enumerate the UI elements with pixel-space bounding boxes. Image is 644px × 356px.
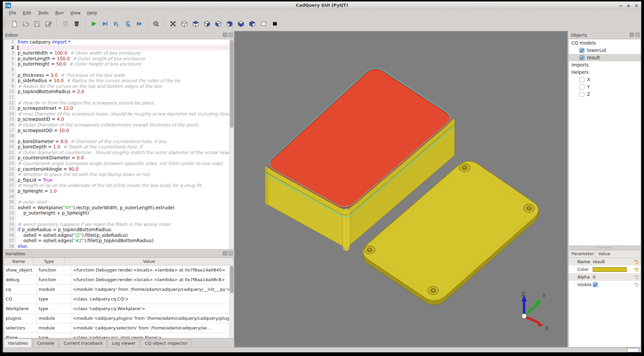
toolbar-button-back-view[interactable] <box>248 19 256 28</box>
variable-row-plane[interactable]: Planetype<class 'cadquery.occ_impl.geom.… <box>4 333 234 338</box>
tab-variables[interactable]: Variables <box>4 338 32 347</box>
panel-splitter[interactable]: •••••• <box>568 246 641 250</box>
checked-checkbox[interactable] <box>579 55 584 60</box>
toolbar-button-open-file[interactable] <box>21 19 30 28</box>
maximize-button[interactable]: + <box>627 2 631 9</box>
undo-icon[interactable] <box>633 274 640 280</box>
variable-value: <function Debugger.render.<locals>.<lamb… <box>71 266 234 275</box>
toolbar-button-front-view[interactable] <box>236 19 245 28</box>
menu-item-tools[interactable]: Tools <box>35 10 52 16</box>
toolbar-button-save-as[interactable] <box>44 19 53 28</box>
titlebar[interactable]: cq CadQuery GUI (PyQT) −+✕ <box>3 2 641 10</box>
param-value[interactable]: 0 <box>593 274 633 279</box>
param-value[interactable] <box>593 282 633 287</box>
line-text: p_topAndBottomRadius = 2.0 <box>16 89 230 94</box>
menu-item-file[interactable]: File <box>6 10 20 16</box>
toolbar-button-top-view[interactable] <box>191 19 200 28</box>
checked-checkbox[interactable] <box>593 282 598 287</box>
menu-item-help[interactable]: Help <box>84 10 101 16</box>
toolbar-button-shaded-view[interactable] <box>270 19 279 28</box>
toolbar-button-right-view[interactable] <box>225 19 234 28</box>
param-row-color[interactable]: Color <box>569 266 641 273</box>
editor-scrollbar-thumb[interactable] <box>230 40 233 128</box>
toolbar-button-clear[interactable] <box>61 19 70 28</box>
toolbar-button-delete[interactable] <box>72 19 81 28</box>
variable-row-cq[interactable]: CQtype<class 'cadquery.cq.CQ'> <box>4 294 234 304</box>
toolbar-button-save[interactable] <box>33 19 41 28</box>
undo-icon[interactable] <box>633 267 640 272</box>
variables-scrollbar[interactable] <box>229 265 234 338</box>
tab-current-traceback[interactable]: Current traceback <box>59 339 107 347</box>
tree-item-helpers[interactable]: Helpers <box>569 69 641 76</box>
close-panel-icon[interactable] <box>228 33 233 37</box>
variable-row-debug[interactable]: debugfunction<function Debugger.render.<… <box>4 275 234 285</box>
variables-scrollbar-thumb[interactable] <box>230 266 233 293</box>
toolbar-separator <box>85 19 85 28</box>
menu-item-edit[interactable]: Edit <box>20 10 35 16</box>
unchecked-checkbox[interactable] <box>579 92 584 97</box>
tree-item-cq-models[interactable]: CQ models <box>569 39 641 47</box>
checked-checkbox[interactable] <box>579 48 584 53</box>
undo-icon[interactable] <box>633 259 640 265</box>
col-header-type[interactable]: Type <box>34 258 65 265</box>
toolbar-button-debug[interactable] <box>101 19 109 28</box>
col-header-value[interactable]: Value <box>596 250 610 258</box>
unchecked-checkbox[interactable] <box>579 77 584 82</box>
editor-body: 1from cadquery import *23p_outerWidth = … <box>4 39 234 250</box>
menu-item-run[interactable]: Run <box>52 10 67 16</box>
param-value[interactable]: result <box>593 259 633 264</box>
param-value[interactable] <box>593 267 633 272</box>
color-swatch[interactable] <box>593 267 627 272</box>
col-header-name[interactable]: Name <box>4 258 34 265</box>
toolbar-button-iso-view[interactable] <box>180 19 188 28</box>
toolbar-button-step-into[interactable] <box>123 19 132 28</box>
tab-log-viewer[interactable]: Log viewer <box>108 339 140 347</box>
toolbar-button-left-view[interactable] <box>214 19 222 28</box>
param-row-name[interactable]: Nameresult <box>569 258 641 266</box>
float-panel-icon[interactable] <box>630 33 634 37</box>
close-button[interactable]: ✕ <box>634 2 638 9</box>
menu-item-view[interactable]: View <box>67 10 84 16</box>
line-text <box>16 216 230 222</box>
toolbar-button-continue[interactable] <box>135 19 143 28</box>
toolbar-button-new-file[interactable] <box>10 19 19 28</box>
tab-console[interactable]: Console <box>33 339 59 347</box>
toolbar-button-render[interactable] <box>89 19 98 28</box>
variable-row-show-object[interactable]: show_objectfunction<function Debugger.re… <box>4 266 234 275</box>
tree-item-imports[interactable]: Imports <box>569 61 641 69</box>
toolbar-button-step[interactable] <box>112 19 121 28</box>
code-line-4: 4p_outerLength = 150.0 # Outer length of… <box>4 56 230 62</box>
close-panel-icon[interactable] <box>228 251 233 256</box>
variable-row-plugins[interactable]: pluginsmodule<module 'cadquery.plugins' … <box>4 314 234 323</box>
undo-icon[interactable] <box>633 282 640 288</box>
col-header-parameter[interactable]: Parameter <box>569 250 596 258</box>
float-panel-icon[interactable] <box>223 33 227 37</box>
line-text: p_boreDiameter = 8.0 # Diameter of the c… <box>16 139 230 144</box>
unchecked-checkbox[interactable] <box>579 85 584 89</box>
toolbar-handle[interactable] <box>4 19 7 28</box>
variable-row-workplane[interactable]: Workplanetype<class 'cadquery.cq.Workpla… <box>4 304 234 314</box>
minimize-button[interactable]: − <box>619 2 623 9</box>
toolbar-button-wireframe-view[interactable] <box>259 19 268 28</box>
param-row-visible[interactable]: Visible <box>569 281 641 288</box>
variable-row-selectors[interactable]: selectorsmodule<module 'cadquery.selecto… <box>4 323 234 333</box>
toolbar-button-search[interactable] <box>152 19 160 28</box>
tree-item-result[interactable]: result <box>569 54 641 61</box>
code-line-9: 9# Radius for the curves on the top and … <box>4 84 230 89</box>
code-editor[interactable]: 1from cadquery import *23p_outerWidth = … <box>4 39 230 249</box>
tree-item-x[interactable]: X <box>569 76 641 83</box>
tree-item-y[interactable]: Y <box>569 83 641 90</box>
tree-item-z[interactable]: Z <box>569 90 641 98</box>
toolbar-button-fit-view[interactable] <box>168 19 177 28</box>
viewport-3d[interactable]: Z Y X <box>234 31 568 347</box>
float-panel-icon[interactable] <box>223 251 227 256</box>
tab-cq-object-inspector[interactable]: CQ object inspector <box>141 339 192 347</box>
toolbar-button-bottom-view[interactable] <box>202 19 211 28</box>
tree-item-lowerlid[interactable]: lowerLid <box>569 47 641 54</box>
param-row-alpha[interactable]: Alpha0 <box>569 273 641 281</box>
size-grip[interactable] <box>627 348 639 352</box>
editor-scrollbar[interactable] <box>229 39 234 249</box>
variable-row-cq[interactable]: cqmodule<module 'cadquery' from '/home/a… <box>4 285 234 294</box>
col-header-value[interactable]: Value <box>65 258 234 265</box>
close-panel-icon[interactable] <box>635 33 640 37</box>
